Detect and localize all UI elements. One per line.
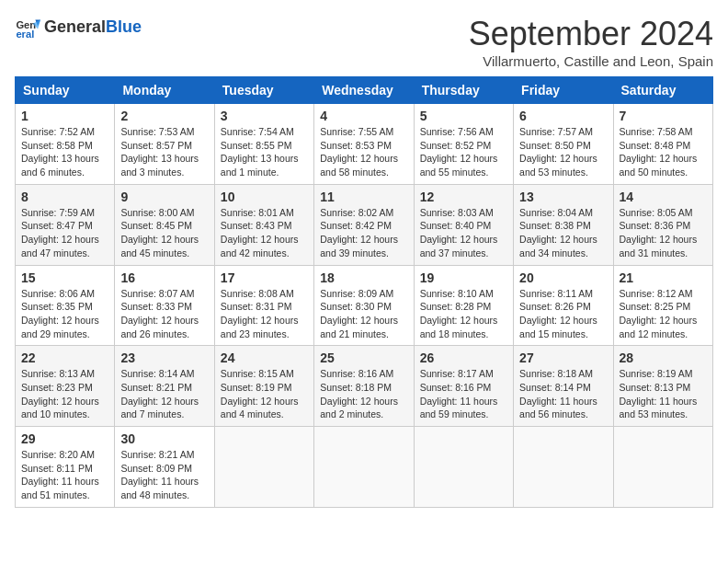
- day-number: 28: [620, 350, 707, 365]
- calendar-table: SundayMondayTuesdayWednesdayThursdayFrid…: [15, 76, 713, 508]
- day-info: Sunrise: 8:02 AMSunset: 8:42 PMDaylight:…: [320, 206, 407, 260]
- day-info: Sunrise: 8:01 AMSunset: 8:43 PMDaylight:…: [221, 206, 308, 260]
- day-number: 12: [420, 190, 507, 204]
- day-info: Sunrise: 8:17 AMSunset: 8:16 PMDaylight:…: [420, 367, 507, 421]
- day-info: Sunrise: 8:12 AMSunset: 8:25 PMDaylight:…: [620, 287, 707, 341]
- logo-blue: Blue: [106, 17, 142, 36]
- title-area: September 2024 Villarmuerto, Castille an…: [469, 15, 713, 69]
- day-info: Sunrise: 7:55 AMSunset: 8:53 PMDaylight:…: [320, 125, 407, 179]
- day-info: Sunrise: 8:07 AMSunset: 8:33 PMDaylight:…: [120, 287, 208, 341]
- day-info: Sunrise: 8:21 AMSunset: 8:09 PMDaylight:…: [120, 448, 208, 502]
- day-info: Sunrise: 8:05 AMSunset: 8:36 PMDaylight:…: [620, 206, 707, 260]
- calendar-day-cell: 18Sunrise: 8:09 AMSunset: 8:30 PMDayligh…: [314, 265, 414, 346]
- calendar-day-cell: 13Sunrise: 8:04 AMSunset: 8:38 PMDayligh…: [514, 184, 613, 265]
- day-number: 6: [519, 109, 607, 123]
- day-info: Sunrise: 7:59 AMSunset: 8:47 PMDaylight:…: [21, 206, 108, 260]
- day-number: 17: [221, 270, 308, 285]
- weekday-header-monday: Monday: [115, 77, 214, 104]
- day-number: 29: [21, 431, 108, 446]
- weekday-header-saturday: Saturday: [613, 77, 712, 104]
- day-info: Sunrise: 8:09 AMSunset: 8:30 PMDaylight:…: [320, 287, 407, 341]
- day-number: 13: [519, 190, 607, 204]
- calendar-day-cell: 5Sunrise: 7:56 AMSunset: 8:52 PMDaylight…: [414, 104, 513, 185]
- logo: Gen eral GeneralBlue: [15, 15, 142, 40]
- day-info: Sunrise: 8:10 AMSunset: 8:28 PMDaylight:…: [420, 287, 507, 341]
- svg-text:eral: eral: [16, 29, 34, 40]
- day-number: 2: [120, 109, 208, 123]
- day-info: Sunrise: 7:56 AMSunset: 8:52 PMDaylight:…: [420, 125, 507, 179]
- calendar-day-cell: 19Sunrise: 8:10 AMSunset: 8:28 PMDayligh…: [414, 265, 513, 346]
- day-number: 1: [21, 109, 108, 123]
- day-number: 25: [320, 350, 407, 365]
- calendar-day-cell: 23Sunrise: 8:14 AMSunset: 8:21 PMDayligh…: [115, 346, 214, 427]
- calendar-day-cell: 14Sunrise: 8:05 AMSunset: 8:36 PMDayligh…: [613, 184, 712, 265]
- logo-general: General: [44, 17, 106, 36]
- day-info: Sunrise: 8:08 AMSunset: 8:31 PMDaylight:…: [221, 287, 308, 341]
- calendar-day-cell: 6Sunrise: 7:57 AMSunset: 8:50 PMDaylight…: [514, 104, 613, 185]
- calendar-week-row: 8Sunrise: 7:59 AMSunset: 8:47 PMDaylight…: [16, 184, 713, 265]
- day-info: Sunrise: 8:06 AMSunset: 8:35 PMDaylight:…: [21, 287, 108, 341]
- weekday-header-friday: Friday: [514, 77, 613, 104]
- day-info: Sunrise: 8:03 AMSunset: 8:40 PMDaylight:…: [420, 206, 507, 260]
- calendar-day-cell: 4Sunrise: 7:55 AMSunset: 8:53 PMDaylight…: [314, 104, 414, 185]
- calendar-day-cell: 15Sunrise: 8:06 AMSunset: 8:35 PMDayligh…: [16, 265, 115, 346]
- day-info: Sunrise: 8:11 AMSunset: 8:26 PMDaylight:…: [519, 287, 607, 341]
- day-number: 16: [120, 270, 208, 285]
- day-info: Sunrise: 7:53 AMSunset: 8:57 PMDaylight:…: [120, 125, 208, 179]
- day-info: Sunrise: 8:20 AMSunset: 8:11 PMDaylight:…: [21, 448, 108, 502]
- day-info: Sunrise: 8:00 AMSunset: 8:45 PMDaylight:…: [120, 206, 208, 260]
- calendar-day-cell: [314, 427, 414, 508]
- day-number: 14: [620, 190, 707, 204]
- day-number: 19: [420, 270, 507, 285]
- calendar-day-cell: 27Sunrise: 8:18 AMSunset: 8:14 PMDayligh…: [514, 346, 613, 427]
- calendar-day-cell: 12Sunrise: 8:03 AMSunset: 8:40 PMDayligh…: [414, 184, 513, 265]
- calendar-day-cell: [514, 427, 613, 508]
- day-info: Sunrise: 8:18 AMSunset: 8:14 PMDaylight:…: [519, 367, 607, 421]
- day-info: Sunrise: 8:13 AMSunset: 8:23 PMDaylight:…: [21, 367, 108, 421]
- logo-icon: Gen eral: [15, 15, 40, 40]
- calendar-day-cell: 21Sunrise: 8:12 AMSunset: 8:25 PMDayligh…: [613, 265, 712, 346]
- calendar-week-row: 22Sunrise: 8:13 AMSunset: 8:23 PMDayligh…: [16, 346, 713, 427]
- day-number: 7: [620, 109, 707, 123]
- calendar-day-cell: 30Sunrise: 8:21 AMSunset: 8:09 PMDayligh…: [115, 427, 214, 508]
- calendar-week-row: 15Sunrise: 8:06 AMSunset: 8:35 PMDayligh…: [16, 265, 713, 346]
- calendar-week-row: 1Sunrise: 7:52 AMSunset: 8:58 PMDaylight…: [16, 104, 713, 185]
- day-info: Sunrise: 8:19 AMSunset: 8:13 PMDaylight:…: [620, 367, 707, 421]
- day-number: 11: [320, 190, 407, 204]
- day-number: 18: [320, 270, 407, 285]
- day-number: 26: [420, 350, 507, 365]
- calendar-day-cell: 25Sunrise: 8:16 AMSunset: 8:18 PMDayligh…: [314, 346, 414, 427]
- weekday-header-wednesday: Wednesday: [314, 77, 414, 104]
- day-number: 3: [221, 109, 308, 123]
- calendar-day-cell: 2Sunrise: 7:53 AMSunset: 8:57 PMDaylight…: [115, 104, 214, 185]
- day-number: 8: [21, 190, 108, 204]
- calendar-day-cell: 17Sunrise: 8:08 AMSunset: 8:31 PMDayligh…: [214, 265, 313, 346]
- calendar-day-cell: 11Sunrise: 8:02 AMSunset: 8:42 PMDayligh…: [314, 184, 414, 265]
- day-info: Sunrise: 8:15 AMSunset: 8:19 PMDaylight:…: [221, 367, 308, 421]
- calendar-day-cell: 7Sunrise: 7:58 AMSunset: 8:48 PMDaylight…: [613, 104, 712, 185]
- calendar-day-cell: [613, 427, 712, 508]
- calendar-day-cell: 8Sunrise: 7:59 AMSunset: 8:47 PMDaylight…: [16, 184, 115, 265]
- day-number: 23: [120, 350, 208, 365]
- calendar-day-cell: [214, 427, 313, 508]
- calendar-day-cell: 24Sunrise: 8:15 AMSunset: 8:19 PMDayligh…: [214, 346, 313, 427]
- weekday-header-tuesday: Tuesday: [214, 77, 313, 104]
- weekday-header-thursday: Thursday: [414, 77, 513, 104]
- day-info: Sunrise: 8:14 AMSunset: 8:21 PMDaylight:…: [120, 367, 208, 421]
- day-number: 30: [120, 431, 208, 446]
- day-number: 27: [519, 350, 607, 365]
- weekday-header-sunday: Sunday: [16, 77, 115, 104]
- day-info: Sunrise: 7:52 AMSunset: 8:58 PMDaylight:…: [21, 125, 108, 179]
- calendar-day-cell: 29Sunrise: 8:20 AMSunset: 8:11 PMDayligh…: [16, 427, 115, 508]
- calendar-day-cell: 22Sunrise: 8:13 AMSunset: 8:23 PMDayligh…: [16, 346, 115, 427]
- day-number: 21: [620, 270, 707, 285]
- day-number: 4: [320, 109, 407, 123]
- day-number: 24: [221, 350, 308, 365]
- day-number: 20: [519, 270, 607, 285]
- calendar-week-row: 29Sunrise: 8:20 AMSunset: 8:11 PMDayligh…: [16, 427, 713, 508]
- day-info: Sunrise: 8:16 AMSunset: 8:18 PMDaylight:…: [320, 367, 407, 421]
- calendar-day-cell: 1Sunrise: 7:52 AMSunset: 8:58 PMDaylight…: [16, 104, 115, 185]
- calendar-day-cell: [414, 427, 513, 508]
- day-number: 9: [120, 190, 208, 204]
- month-title: September 2024: [469, 15, 713, 53]
